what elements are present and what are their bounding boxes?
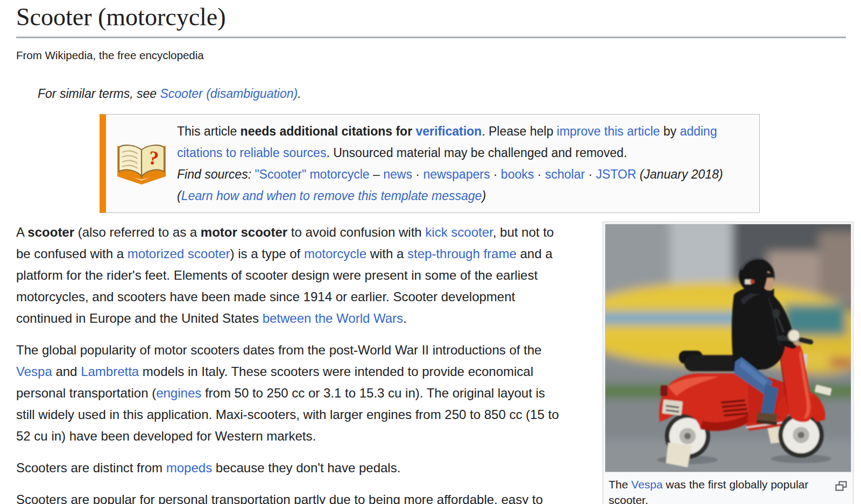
text-segment: scooter	[27, 225, 74, 239]
inline-link[interactable]: between the World Wars	[263, 311, 403, 325]
citation-banner-find-sources: Find sources: "Scooter" motorcycle – new…	[177, 164, 747, 207]
inline-link[interactable]: scholar	[545, 167, 585, 181]
figure-caption: The Vespa was the first globally popular…	[605, 472, 851, 504]
text-segment: because they don't have pedals.	[212, 460, 400, 475]
citation-needed-banner: ? This article needs additional citation…	[100, 114, 760, 213]
figure-caption-text: The Vespa was the first globally popular…	[609, 478, 808, 504]
inline-link[interactable]: Scooter (disambiguation)	[160, 87, 298, 101]
text-segment: motor scooter	[201, 225, 287, 239]
inline-link[interactable]: kick scooter	[425, 225, 492, 239]
article-body: A scooter (also referred to as a motor s…	[16, 222, 846, 504]
text-segment: and	[52, 364, 81, 379]
text-segment: For similar terms, see	[38, 87, 160, 101]
inline-link[interactable]: engines	[156, 386, 201, 400]
inline-link[interactable]: Lambretta	[81, 364, 139, 379]
hatnote: For similar terms, see Scooter (disambig…	[38, 87, 846, 101]
text-segment: (January 2018)	[640, 167, 723, 181]
inline-link[interactable]: verification	[415, 124, 482, 138]
text-segment: .	[403, 311, 407, 325]
text-segment: The global popularity of motor scooters …	[16, 343, 541, 357]
open-book-question-icon: ?	[106, 143, 177, 184]
text-segment: (	[177, 189, 181, 203]
inline-link[interactable]: Vespa	[16, 364, 52, 379]
enlarge-icon[interactable]	[835, 480, 847, 495]
citation-banner-text: This article needs additional citations …	[177, 115, 759, 212]
text-segment: )	[482, 189, 486, 203]
figure-column: The Vespa was the first globally popular…	[603, 222, 853, 504]
citation-banner-message: This article needs additional citations …	[177, 124, 717, 160]
text-segment: . Unsourced material may be challenged a…	[326, 146, 627, 160]
text-segment: .	[298, 87, 301, 101]
paragraph: Scooters are popular for personal transp…	[16, 489, 563, 504]
text-segment: . Please help	[482, 124, 556, 138]
inline-link[interactable]: improve this article	[557, 124, 660, 138]
text-segment: to avoid confusion with	[287, 225, 425, 239]
inline-link[interactable]: books	[501, 167, 534, 181]
text-segment: needs additional citations for	[241, 124, 416, 138]
text-segment: ·	[585, 167, 596, 181]
text-segment: The	[609, 478, 631, 491]
article-text: A scooter (also referred to as a motor s…	[16, 222, 563, 504]
article-thumbnail: The Vespa was the first globally popular…	[603, 222, 853, 504]
inline-link[interactable]: "Scooter" motorcycle	[255, 167, 369, 181]
text-segment: with a	[366, 246, 407, 261]
inline-link[interactable]: news	[383, 167, 412, 181]
site-tagline: From Wikipedia, the free encyclopedia	[16, 49, 846, 62]
text-segment: Find sources:	[177, 167, 255, 181]
text-segment: This article	[177, 124, 241, 138]
paragraph: A scooter (also referred to as a motor s…	[16, 222, 563, 329]
text-segment: ) is a type of	[230, 246, 304, 261]
text-segment: –	[370, 167, 384, 181]
page-title: Scooter (motorcycle)	[16, 2, 846, 38]
scooter-photo[interactable]	[605, 224, 851, 472]
text-segment: ·	[534, 167, 545, 181]
inline-link[interactable]: mopeds	[166, 460, 212, 475]
inline-link[interactable]: Vespa	[631, 478, 662, 491]
inline-link[interactable]: step-through frame	[407, 246, 517, 261]
paragraph: Scooters are distinct from mopeds becaus…	[16, 457, 563, 479]
text-segment: Scooters are distinct from	[16, 460, 166, 475]
inline-link[interactable]: newspapers	[423, 167, 490, 181]
text-segment: ·	[490, 167, 500, 181]
text-segment: Scooters are popular for personal transp…	[16, 492, 543, 504]
text-segment: ·	[412, 167, 423, 181]
text-segment: by	[660, 124, 680, 138]
inline-link[interactable]: motorcycle	[304, 246, 366, 261]
inline-link[interactable]: JSTOR	[596, 167, 636, 181]
article-content: Scooter (motorcycle) From Wikipedia, the…	[0, 0, 861, 504]
inline-link[interactable]: Learn how and when to remove this templa…	[181, 189, 482, 203]
paragraph: The global popularity of motor scooters …	[16, 339, 563, 447]
text-segment: A	[16, 225, 27, 239]
text-segment: (also referred to as a	[74, 225, 201, 239]
inline-link[interactable]: motorized scooter	[128, 246, 230, 261]
